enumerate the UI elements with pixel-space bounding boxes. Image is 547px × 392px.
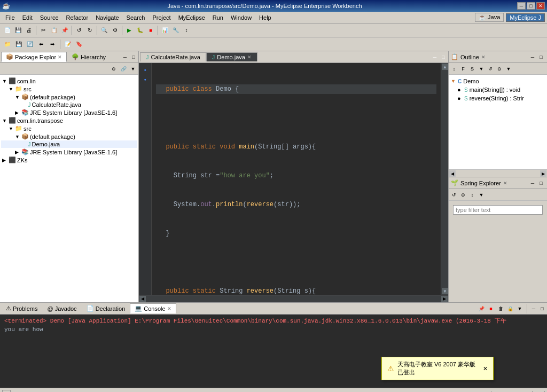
tb-btn-5[interactable]: 📋 bbox=[49, 25, 59, 36]
editor-min-button[interactable]: ─ bbox=[431, 53, 439, 61]
spring-sort-button[interactable]: ↕ bbox=[468, 191, 476, 199]
code-hscrollbar[interactable]: ◀ ▶ bbox=[139, 295, 448, 302]
outline-item-demo[interactable]: ▼ C Demo bbox=[451, 77, 545, 85]
tree-item-default-pkg2[interactable]: ▼ 📦 (default package) bbox=[1, 132, 137, 140]
tb-btn-3[interactable]: 🖨 bbox=[24, 25, 34, 36]
tb-btn-4[interactable]: ✂ bbox=[38, 25, 49, 36]
scrollbar-down-arrow[interactable]: ▼ bbox=[442, 288, 448, 294]
spring-collapse-button[interactable]: ⊖ bbox=[459, 191, 467, 199]
debug-button[interactable]: 🐛 bbox=[135, 25, 145, 36]
menu-myeclipse[interactable]: MyEclipse bbox=[175, 13, 208, 22]
outline-hscrollbar[interactable]: ◀ ▶ bbox=[449, 169, 547, 177]
tree-item-com-lin-transpose[interactable]: ▼ ⬛ com.lin.transpose bbox=[1, 116, 137, 124]
tree-item-src1[interactable]: ▼ 📁 src bbox=[1, 85, 137, 93]
outline-item-reverse[interactable]: ● S reverse(String) : Strir bbox=[451, 94, 545, 103]
tree-item-zks[interactable]: ▶ ⬛ ZKs bbox=[1, 156, 137, 164]
minimize-button[interactable]: ─ bbox=[517, 2, 526, 10]
tb-btn-13[interactable]: ↕ bbox=[181, 25, 192, 36]
spring-min-button[interactable]: ─ bbox=[529, 179, 536, 187]
tb2-btn-1[interactable]: 📁 bbox=[2, 39, 13, 50]
tb2-btn-2[interactable]: 💾 bbox=[13, 39, 24, 50]
menu-source[interactable]: Source bbox=[37, 13, 62, 22]
spring-filter-input[interactable] bbox=[453, 205, 543, 215]
status-add-button[interactable]: + bbox=[2, 390, 11, 393]
console-tab[interactable]: 💻 Console ✕ bbox=[130, 303, 176, 313]
declaration-tab[interactable]: 📄 Declaration bbox=[82, 303, 130, 313]
code-vscrollbar[interactable]: ▲ ▼ bbox=[441, 63, 448, 295]
close-button[interactable]: ✕ bbox=[536, 2, 545, 10]
outline-close[interactable]: ✕ bbox=[481, 54, 486, 60]
hscrollbar-left-arrow[interactable]: ◀ bbox=[139, 296, 146, 302]
outline-collapse-button[interactable]: ⊖ bbox=[495, 65, 504, 73]
outline-scroll-right[interactable]: ▶ bbox=[540, 170, 546, 177]
hscrollbar-right-arrow[interactable]: ▶ bbox=[441, 296, 448, 302]
tb-btn-11[interactable]: 📊 bbox=[160, 25, 170, 36]
bottom-max-button[interactable]: □ bbox=[538, 305, 546, 312]
tb-btn-6[interactable]: 📌 bbox=[59, 25, 70, 36]
tb2-btn-4[interactable]: ⬅ bbox=[36, 39, 46, 50]
package-explorer-tab[interactable]: 📦 Package Explor ✕ bbox=[1, 52, 67, 62]
maximize-button[interactable]: □ bbox=[527, 2, 535, 10]
tree-item-demo-java[interactable]: J Demo.java bbox=[1, 140, 137, 148]
menu-search[interactable]: Search bbox=[123, 13, 149, 22]
link-with-editor-button[interactable]: 🔗 bbox=[119, 65, 128, 73]
spring-close[interactable]: ✕ bbox=[503, 181, 507, 186]
menu-project[interactable]: Project bbox=[149, 13, 174, 22]
outline-filter-button[interactable]: ▼ bbox=[477, 65, 486, 73]
console-pin-button[interactable]: 📌 bbox=[477, 304, 486, 313]
spring-max-button[interactable]: □ bbox=[537, 179, 545, 187]
console-clear-button[interactable]: 🗑 bbox=[496, 304, 505, 313]
console-tab-close[interactable]: ✕ bbox=[167, 306, 171, 311]
outline-sort-button[interactable]: ↕ bbox=[450, 65, 458, 73]
notify-close-button[interactable]: ✕ bbox=[483, 365, 488, 372]
package-explorer-close[interactable]: ✕ bbox=[58, 54, 62, 60]
collapse-all-button[interactable]: ⊖ bbox=[110, 65, 118, 73]
view-menu-button[interactable]: ▼ bbox=[129, 65, 137, 73]
tree-item-jre2[interactable]: ▶ 📚 JRE System Library [JavaSE-1.6] bbox=[1, 148, 137, 156]
outline-menu-button[interactable]: ▼ bbox=[504, 65, 513, 73]
console-scroll-lock[interactable]: 🔒 bbox=[506, 304, 514, 313]
left-max-button[interactable]: □ bbox=[130, 53, 137, 61]
tb-btn-10[interactable]: ⚙ bbox=[110, 25, 120, 36]
tree-item-src2[interactable]: ▼ 📁 src bbox=[1, 124, 137, 132]
tree-item-com-lin[interactable]: ▼ ⬛ com.lin bbox=[1, 77, 137, 85]
outline-max-button[interactable]: □ bbox=[537, 53, 545, 61]
console-view-menu[interactable]: ▼ bbox=[515, 304, 524, 313]
menu-file[interactable]: File bbox=[2, 13, 18, 22]
scrollbar-up-arrow[interactable]: ▲ bbox=[442, 64, 448, 70]
tb-btn-12[interactable]: 🔧 bbox=[170, 25, 181, 36]
scrollbar-track[interactable] bbox=[441, 70, 448, 287]
tb2-btn-7[interactable]: 🔖 bbox=[74, 39, 84, 50]
outline-min-button[interactable]: ─ bbox=[529, 53, 536, 61]
tb-btn-9[interactable]: 🔍 bbox=[99, 25, 110, 36]
code-content[interactable]: public class Demo { public static void m… bbox=[152, 63, 441, 295]
menu-refactor[interactable]: Refactor bbox=[63, 13, 92, 22]
left-min-button[interactable]: ─ bbox=[121, 53, 129, 61]
code-editor[interactable]: ● ● bbox=[139, 63, 448, 295]
tb-btn-8[interactable]: ↻ bbox=[84, 25, 95, 36]
spring-menu-button[interactable]: ▼ bbox=[477, 191, 486, 199]
new-button[interactable]: 📄 bbox=[2, 25, 13, 36]
menu-edit[interactable]: Edit bbox=[19, 13, 36, 22]
editor-max-button[interactable]: □ bbox=[440, 53, 447, 61]
spring-refresh-button[interactable]: ↺ bbox=[450, 191, 458, 199]
tree-item-default-pkg1[interactable]: ▼ 📦 (default package) bbox=[1, 93, 137, 101]
demo-java-tab[interactable]: J Demo.java ✕ bbox=[206, 52, 257, 61]
problems-tab[interactable]: ⚠ Problems bbox=[1, 303, 42, 313]
run-button[interactable]: ▶ bbox=[124, 25, 135, 36]
stop-button[interactable]: ■ bbox=[145, 25, 156, 36]
menu-navigate[interactable]: Navigate bbox=[92, 13, 122, 22]
demo-java-tab-close[interactable]: ✕ bbox=[247, 54, 252, 60]
menu-window[interactable]: Window bbox=[228, 13, 255, 22]
tb2-btn-3[interactable]: 🔄 bbox=[25, 39, 35, 50]
tb-btn-2[interactable]: 💾 bbox=[13, 25, 24, 36]
calculate-rate-tab[interactable]: J CalculateRate.java bbox=[140, 52, 206, 61]
tb2-btn-5[interactable]: ➡ bbox=[47, 39, 58, 50]
outline-hide-fields-button[interactable]: F bbox=[459, 65, 467, 73]
javadoc-tab[interactable]: @ Javadoc bbox=[42, 304, 81, 313]
console-stop-button[interactable]: ■ bbox=[487, 304, 495, 313]
bottom-min-button[interactable]: ─ bbox=[530, 305, 537, 312]
hierarchy-tab[interactable]: 🌳 Hierarchy bbox=[67, 52, 111, 62]
tb-btn-7[interactable]: ↺ bbox=[74, 25, 84, 36]
tree-item-jre1[interactable]: ▶ 📚 JRE System Library [JavaSE-1.6] bbox=[1, 108, 137, 116]
